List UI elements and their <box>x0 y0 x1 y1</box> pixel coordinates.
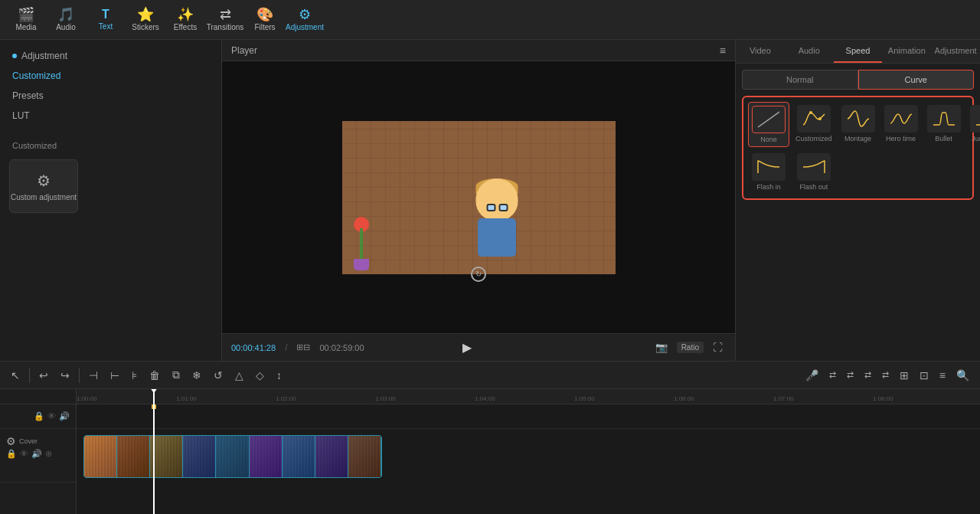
toolbar-text[interactable]: T Text <box>86 3 126 37</box>
track-sync-1[interactable]: ⇄ <box>825 367 841 383</box>
curve-bullet[interactable]: Bullet <box>924 102 964 147</box>
tab-animation[interactable]: Animation <box>882 40 931 63</box>
player-title: Player <box>231 45 257 56</box>
toolbar-sep-1 <box>29 368 30 383</box>
freeze-btn[interactable]: ❄ <box>188 366 206 385</box>
toolbar-transitions[interactable]: ⇄ Transitions <box>205 3 245 37</box>
snap-btn[interactable]: ⊞ <box>895 366 913 385</box>
right-tabs: Video Audio Speed Animation Adjustment <box>736 40 980 64</box>
ruler-mark-1: 1:01:00 <box>176 395 197 402</box>
tab-speed[interactable]: Speed <box>834 40 883 63</box>
custom-adjustment-card[interactable]: ⚙ Custom adjustment <box>9 159 78 213</box>
video-clip[interactable]: 1.00x ▶ <box>83 435 382 478</box>
track-2-add[interactable]: ⊕ <box>45 449 52 459</box>
nav-customized[interactable]: Customized <box>0 66 221 86</box>
rotation-handle[interactable]: ↻ <box>471 267 486 282</box>
delete-btn[interactable]: 🗑 <box>145 366 165 385</box>
track-sync-4[interactable]: ⇄ <box>877 367 893 383</box>
split-right-btn[interactable]: ⊧ <box>127 366 142 385</box>
track-2-eye[interactable]: 👁 <box>20 449 28 459</box>
curve-speed-btn[interactable]: Curve <box>858 70 975 90</box>
card-label: Custom adjustment <box>11 193 77 201</box>
mic-btn[interactable]: 🎤 <box>801 366 823 385</box>
left-panel: Adjustment Customized Presets LUT Custom… <box>0 40 222 361</box>
ruler-mark-0: 1:00:00 <box>77 395 97 402</box>
ruler-content: 1:00:00 1:01:00 1:02:00 1:03:00 1:04:00 … <box>77 389 980 404</box>
curve-flashout[interactable]: Flash out <box>792 150 835 194</box>
curve-customized[interactable]: Customized <box>792 102 835 147</box>
toolbar-right: 🎤 ⇄ ⇄ ⇄ ⇄ ⊞ ⊡ ≡ 🔍 <box>801 366 974 385</box>
split-left-btn[interactable]: ⊢ <box>106 366 124 385</box>
timeline-settings[interactable]: ≡ <box>935 366 950 385</box>
curve-hero-icon <box>884 105 918 133</box>
track-2-settings-icon[interactable]: ⚙ <box>6 435 16 447</box>
tab-adjustment[interactable]: Adjustment <box>931 40 980 63</box>
player-menu-icon[interactable]: ≡ <box>720 44 726 57</box>
player-viewport: ↻ <box>222 61 735 333</box>
keyframe-btn[interactable]: △ <box>230 366 248 385</box>
adjustment-icon: ⚙ <box>299 8 311 21</box>
nav-dot <box>12 54 17 58</box>
ruler-mark-4: 1:04:00 <box>475 395 495 402</box>
normal-speed-btn[interactable]: Normal <box>742 70 858 90</box>
normal-speed-label: Normal <box>786 75 813 84</box>
curve-flashin[interactable]: Flash in <box>748 150 789 194</box>
track-2-controls: ⚙ Cover <box>6 435 70 447</box>
toolbar-filters[interactable]: 🎨 Filters <box>245 3 285 37</box>
toolbar-effects[interactable]: ✨ Effects <box>165 3 205 37</box>
fullscreen-button[interactable]: ⛶ <box>710 340 726 355</box>
toolbar-sep-2 <box>79 368 80 383</box>
track-2-cover-label: Cover <box>19 437 38 445</box>
track-sync-3[interactable]: ⇄ <box>860 367 876 383</box>
crop-btn[interactable]: ⧉ <box>168 365 185 385</box>
timeline-main: 🔒 👁 🔊 ⚙ Cover 🔒 👁 🔊 ⊕ <box>0 389 980 514</box>
speed-btn[interactable]: ↺ <box>209 366 227 385</box>
nav-adjustment[interactable]: Adjustment <box>0 46 221 66</box>
plant <box>350 217 373 270</box>
track-sync-2[interactable]: ⇄ <box>842 367 858 383</box>
tab-audio-label: Audio <box>799 46 820 55</box>
player-header: Player ≡ <box>222 40 735 61</box>
time-total: 00:02:59:00 <box>319 343 364 352</box>
toolbar-effects-label: Effects <box>174 23 197 31</box>
playhead[interactable] <box>153 389 155 514</box>
play-button[interactable]: ▶ <box>456 337 478 358</box>
toolbar-stickers[interactable]: ⭐ Stickers <box>126 3 165 37</box>
audio-icon: 🎵 <box>57 8 74 21</box>
curve-montage-icon <box>841 105 875 133</box>
curve-jumpcut[interactable]: Jump Cut <box>967 102 980 147</box>
plant-stem <box>360 228 363 259</box>
track-label-2: ⚙ Cover 🔒 👁 🔊 ⊕ <box>0 429 76 483</box>
glass-left <box>486 204 495 211</box>
track-2-lock[interactable]: 🔒 <box>6 449 17 459</box>
toolbar-media[interactable]: 🎬 Media <box>6 3 46 37</box>
curve-hero[interactable]: Hero time <box>881 102 921 147</box>
magnet-btn[interactable]: ⊡ <box>915 366 933 385</box>
curve-flashout-icon <box>797 153 831 181</box>
split-btn[interactable]: ⊣ <box>84 366 103 385</box>
svg-line-0 <box>758 112 779 127</box>
screenshot-button[interactable]: 📷 <box>652 340 671 355</box>
curve-customized-label: Customized <box>795 135 832 142</box>
nav-lut[interactable]: LUT <box>0 106 221 126</box>
ratio-button[interactable]: Ratio <box>677 342 704 353</box>
redo-btn[interactable]: ↪ <box>56 366 74 385</box>
tab-video[interactable]: Video <box>736 40 785 63</box>
track-2-audio[interactable]: 🔊 <box>31 449 42 459</box>
reorder-btn[interactable]: ↕ <box>272 366 286 385</box>
curve-none[interactable]: None <box>748 102 789 147</box>
rotation-icon[interactable]: ↻ <box>471 267 486 282</box>
track-1-lock[interactable]: 🔒 <box>34 411 44 421</box>
track-1-audio[interactable]: 🔊 <box>59 411 70 421</box>
track-1-eye[interactable]: 👁 <box>47 411 56 421</box>
tab-audio[interactable]: Audio <box>785 40 834 63</box>
sticker-btn[interactable]: ◇ <box>251 366 269 385</box>
toolbar-audio[interactable]: 🎵 Audio <box>46 3 86 37</box>
select-tool[interactable]: ↖ <box>6 366 24 385</box>
curve-montage[interactable]: Montage <box>838 102 878 147</box>
nav-presets[interactable]: Presets <box>0 86 221 106</box>
toolbar-adjustment[interactable]: ⚙ Adjustment <box>285 3 325 37</box>
undo-btn[interactable]: ↩ <box>34 366 53 385</box>
thumb-3 <box>150 436 183 477</box>
zoom-btn[interactable]: 🔍 <box>952 366 974 385</box>
